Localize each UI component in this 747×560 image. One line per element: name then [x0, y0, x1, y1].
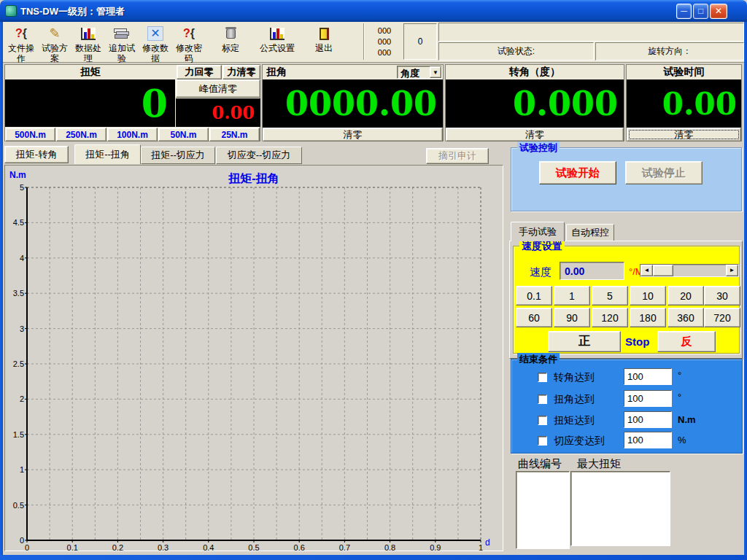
twist-clear-button[interactable]: 清零 [263, 128, 443, 141]
preset-10-button[interactable]: 10 [630, 286, 666, 306]
tab-shear-strain-stress[interactable]: 切应变--切应力 [216, 147, 302, 164]
rotation-reached-input[interactable] [624, 368, 672, 385]
toolbar-item-calibration[interactable]: 标定 [216, 24, 245, 61]
blue-x-icon: ✕ [139, 24, 172, 43]
speed-scrollbar[interactable]: ◄ ► [640, 264, 739, 277]
curve-number-listbox[interactable] [516, 471, 570, 549]
preset-0p1-button[interactable]: 0.1 [516, 286, 552, 306]
range-250-button[interactable]: 250N.m [56, 128, 107, 141]
range-25-button[interactable]: 25N.m [209, 128, 260, 141]
svg-text:0: 0 [25, 543, 29, 551]
rotation-direction-box: 旋转方向： [595, 42, 744, 61]
range-50-button[interactable]: 50N.m [158, 128, 209, 141]
speed-settings-label: 速度设置 [519, 240, 565, 253]
twist-reached-input[interactable] [624, 390, 672, 407]
preset-180-button[interactable]: 180 [630, 308, 666, 327]
scrollbar-right-arrow-icon[interactable]: ► [726, 265, 738, 276]
toolbar-item-formula-settings[interactable]: 公式设置 [257, 24, 298, 61]
rotation-title: 转角（度） [446, 65, 624, 79]
close-button[interactable]: ✕ [710, 4, 727, 19]
toolbar-item-change-password[interactable]: ?{ 修改密码 [172, 24, 206, 61]
torque-reached-checkbox[interactable] [538, 416, 547, 425]
preset-20-button[interactable]: 20 [667, 286, 704, 306]
condition-row: 扭角达到 ° [511, 390, 743, 409]
toolbar-item-exit[interactable]: 退出 [308, 24, 340, 61]
bar-chart-icon [71, 24, 105, 43]
app-icon [5, 5, 17, 17]
toolbar-item-append-test[interactable]: 追加试验 [105, 24, 139, 61]
forward-button[interactable]: 正 [548, 331, 621, 352]
test-start-button[interactable]: 试验开始 [539, 161, 616, 184]
preset-5-button[interactable]: 5 [592, 286, 628, 306]
toolbar-item-test-plan[interactable]: ✎ 试验方案 [38, 24, 71, 61]
tab-auto-program[interactable]: 自动程控 [566, 224, 614, 241]
preset-90-button[interactable]: 90 [554, 308, 590, 327]
condition-row: 切应变达到 % [511, 432, 743, 451]
minimize-button[interactable]: ─ [676, 4, 692, 19]
test-time-value-display: 0.00 [627, 79, 741, 128]
range-100-button[interactable]: 100N.m [107, 128, 158, 141]
test-time-title: 试验时间 [627, 65, 741, 79]
close-icon: ✕ [715, 6, 722, 16]
chart-area: 扭矩-扭角 N.m d 00.10.20.30.40.50.60.70.80.9… [4, 165, 503, 551]
svg-text:5: 5 [20, 183, 24, 192]
window-border-bottom [0, 555, 747, 560]
reverse-button[interactable]: 反 [657, 331, 716, 352]
title-bar: TNS-DW一级别：管理者 ─ □ ✕ [0, 0, 747, 22]
toolbar-separator [363, 23, 365, 60]
speed-label: 速度 [530, 265, 551, 279]
preset-60-button[interactable]: 60 [516, 308, 552, 327]
window-title: TNS-DW一级别：管理者 [20, 5, 125, 18]
shear-strain-reached-checkbox[interactable] [538, 436, 547, 446]
tab-manual-test[interactable]: 手动试验 [511, 222, 565, 241]
rotation-value-display: 0.000 [446, 79, 624, 128]
toolbar-item-edit-data[interactable]: ✕ 修改数据 [139, 24, 172, 61]
range-500-button[interactable]: 500N.m [5, 128, 55, 141]
tab-torque-shear-stress[interactable]: 扭矩--切应力 [141, 147, 215, 164]
help-brace-icon: ?{ [4, 24, 38, 43]
preset-1-button[interactable]: 1 [554, 286, 590, 306]
chevron-down-icon[interactable]: ▼ [430, 66, 441, 78]
force-clear-button[interactable]: 力清零 [222, 65, 260, 79]
torque-reached-input[interactable] [624, 411, 672, 428]
curve-number-label: 曲线编号 [518, 457, 562, 471]
maximize-icon: □ [698, 6, 703, 16]
svg-text:1: 1 [479, 543, 483, 551]
extensometer-button[interactable]: 摘引申计 [426, 148, 489, 164]
svg-text:0.7: 0.7 [339, 543, 350, 551]
chart-plot: 00.10.20.30.40.50.60.70.80.9100.511.522.… [5, 166, 503, 551]
svg-text:0.4: 0.4 [203, 543, 214, 551]
maximize-button[interactable]: □ [693, 4, 708, 19]
test-stop-button[interactable]: 试验停止 [625, 161, 703, 184]
app-window: TNS-DW一级别：管理者 ─ □ ✕ ?{ 文件操作 ✎ 试验方案 数据处理 … [0, 0, 747, 560]
svg-text:1.5: 1.5 [13, 430, 24, 439]
tab-torque-twist[interactable]: 扭矩--扭角 [74, 144, 141, 164]
preset-120-button[interactable]: 120 [592, 308, 628, 327]
rotation-reached-checkbox[interactable] [538, 373, 547, 382]
toolbar-item-file-ops[interactable]: ?{ 文件操作 [4, 24, 38, 61]
condition-row: 扭矩达到 N.m [511, 411, 743, 430]
end-conditions-group: 结束条件 转角达到 ° 扭角达到 ° 扭矩达到 N.m 切应变达到 % [511, 359, 743, 454]
rotation-clear-button[interactable]: 清零 [446, 128, 624, 141]
toolbar: ?{ 文件操作 ✎ 试验方案 数据处理 追加试验 ✕ 修改数据 ?{ 修改密码 [3, 22, 744, 63]
help-brace-icon: ?{ [172, 24, 206, 43]
preset-720-button[interactable]: 720 [704, 308, 740, 327]
test-time-panel: 试验时间 0.00 清零 [626, 64, 742, 141]
toolbar-item-data-processing[interactable]: 数据处理 [71, 24, 105, 61]
shear-strain-reached-input[interactable] [624, 432, 672, 448]
speed-input[interactable] [560, 262, 624, 280]
force-return-zero-button[interactable]: 力回零 [177, 65, 222, 79]
max-torque-listbox[interactable] [570, 471, 670, 546]
peak-clear-button[interactable]: 峰值清零 [176, 79, 260, 98]
twist-reached-checkbox[interactable] [538, 394, 547, 404]
torque-title: 扭矩 [5, 65, 176, 79]
scrollbar-thumb[interactable] [653, 265, 673, 276]
angle-mode-dropdown[interactable]: 角度 ▼ [397, 66, 442, 79]
tab-torque-rotation[interactable]: 扭矩-转角 [4, 146, 69, 163]
scrollbar-left-arrow-icon[interactable]: ◄ [640, 265, 653, 276]
window-border-right [744, 22, 747, 560]
time-clear-button[interactable]: 清零 [627, 128, 741, 141]
svg-text:1: 1 [20, 465, 24, 474]
preset-360-button[interactable]: 360 [667, 308, 704, 327]
preset-30-button[interactable]: 30 [704, 286, 740, 306]
